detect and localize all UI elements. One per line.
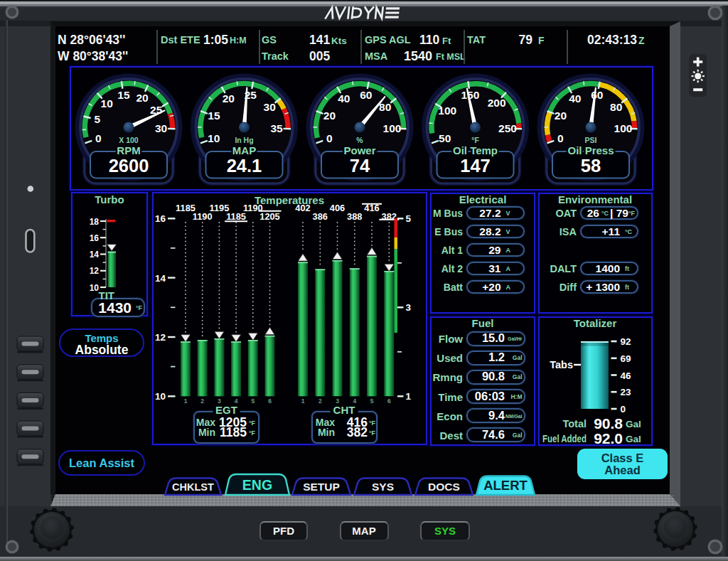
svg-text:SETUP: SETUP — [303, 481, 340, 493]
svg-text:74: 74 — [350, 156, 370, 176]
svg-text:Gal: Gal — [626, 434, 641, 444]
svg-text:30: 30 — [264, 101, 276, 113]
svg-text:1: 1 — [406, 391, 412, 402]
svg-text:6: 6 — [268, 397, 272, 405]
svg-text:386: 386 — [313, 211, 328, 222]
svg-text:3: 3 — [406, 302, 412, 313]
svg-text:40: 40 — [338, 92, 350, 105]
svg-text:58: 58 — [581, 156, 601, 176]
svg-text:1: 1 — [184, 397, 188, 405]
svg-text:5: 5 — [370, 397, 374, 405]
svg-text:MAP: MAP — [232, 144, 256, 156]
svg-text:30: 30 — [155, 122, 167, 134]
svg-text:60: 60 — [591, 89, 603, 101]
svg-text:12: 12 — [155, 332, 166, 343]
svg-text:46: 46 — [621, 370, 632, 381]
svg-text:406: 406 — [330, 203, 345, 213]
svg-text:3: 3 — [218, 397, 221, 405]
svg-text:24.1: 24.1 — [227, 156, 262, 176]
svg-text:0: 0 — [326, 132, 333, 144]
svg-text:250: 250 — [498, 122, 517, 134]
svg-text:20: 20 — [223, 92, 235, 105]
svg-text:5: 5 — [406, 213, 412, 224]
svg-text:2: 2 — [318, 397, 322, 405]
svg-text:18: 18 — [90, 217, 100, 227]
svg-text:10: 10 — [155, 391, 166, 402]
svg-text:16: 16 — [155, 213, 166, 224]
svg-text:%: % — [356, 136, 363, 144]
svg-text:14: 14 — [155, 273, 166, 284]
svg-text:80: 80 — [610, 101, 622, 113]
svg-text:3: 3 — [336, 397, 339, 405]
svg-text:50: 50 — [439, 132, 451, 144]
svg-text:388: 388 — [347, 211, 362, 222]
svg-text:6: 6 — [387, 397, 391, 405]
svg-text:16: 16 — [90, 233, 100, 243]
svg-text:92.0: 92.0 — [594, 430, 623, 447]
svg-text:0: 0 — [557, 132, 564, 144]
svg-text:DOCS: DOCS — [428, 481, 460, 493]
svg-text:Gal: Gal — [626, 419, 641, 429]
svg-text:147: 147 — [460, 156, 491, 176]
svg-text:PSI: PSI — [585, 136, 597, 144]
svg-text:23: 23 — [621, 387, 632, 397]
svg-text:ENG: ENG — [242, 477, 272, 493]
svg-text:90.8: 90.8 — [594, 415, 623, 432]
svg-text:Power: Power — [343, 144, 375, 156]
svg-text:10: 10 — [101, 97, 113, 109]
svg-text:Total: Total — [562, 418, 587, 429]
svg-text:20: 20 — [555, 109, 567, 122]
svg-text:2: 2 — [200, 397, 204, 405]
svg-text:RPM: RPM — [117, 144, 140, 156]
svg-text:14: 14 — [90, 250, 100, 260]
svg-text:10: 10 — [208, 132, 220, 144]
svg-text:100: 100 — [383, 122, 402, 134]
svg-text:0: 0 — [621, 404, 626, 415]
svg-text:ALERT: ALERT — [483, 478, 528, 493]
svg-text:1205: 1205 — [259, 211, 279, 222]
svg-text:10: 10 — [90, 283, 100, 293]
svg-text:100: 100 — [438, 105, 456, 117]
svg-text:200: 200 — [488, 97, 506, 109]
svg-text:12: 12 — [90, 266, 100, 276]
svg-text:4: 4 — [353, 397, 356, 405]
svg-text:SYS: SYS — [372, 481, 394, 493]
svg-text:35: 35 — [270, 122, 283, 134]
svg-text:5: 5 — [251, 397, 255, 405]
svg-text:69: 69 — [621, 353, 631, 364]
svg-text:X 100: X 100 — [119, 136, 139, 144]
svg-text:60: 60 — [360, 89, 372, 101]
svg-text:1: 1 — [301, 397, 305, 405]
svg-text:15: 15 — [208, 109, 220, 122]
svg-text:15: 15 — [117, 89, 130, 101]
svg-text:In Hg: In Hg — [235, 136, 253, 144]
svg-text:100: 100 — [614, 122, 633, 134]
svg-text:20: 20 — [136, 92, 148, 104]
svg-text:40: 40 — [569, 92, 581, 105]
svg-text:Fuel Added: Fuel Added — [542, 433, 587, 444]
svg-text:°F: °F — [471, 136, 479, 144]
svg-text:Oil Temp: Oil Temp — [453, 144, 498, 156]
svg-text:Oil Press: Oil Press — [567, 144, 614, 156]
svg-text:5: 5 — [94, 113, 100, 125]
svg-text:2600: 2600 — [109, 156, 149, 176]
svg-text:0: 0 — [95, 132, 102, 144]
svg-text:CHKLST: CHKLST — [172, 481, 214, 493]
svg-text:4: 4 — [235, 397, 238, 405]
svg-text:Tabs: Tabs — [550, 359, 573, 370]
svg-text:20: 20 — [323, 109, 336, 122]
svg-text:92: 92 — [621, 336, 631, 347]
